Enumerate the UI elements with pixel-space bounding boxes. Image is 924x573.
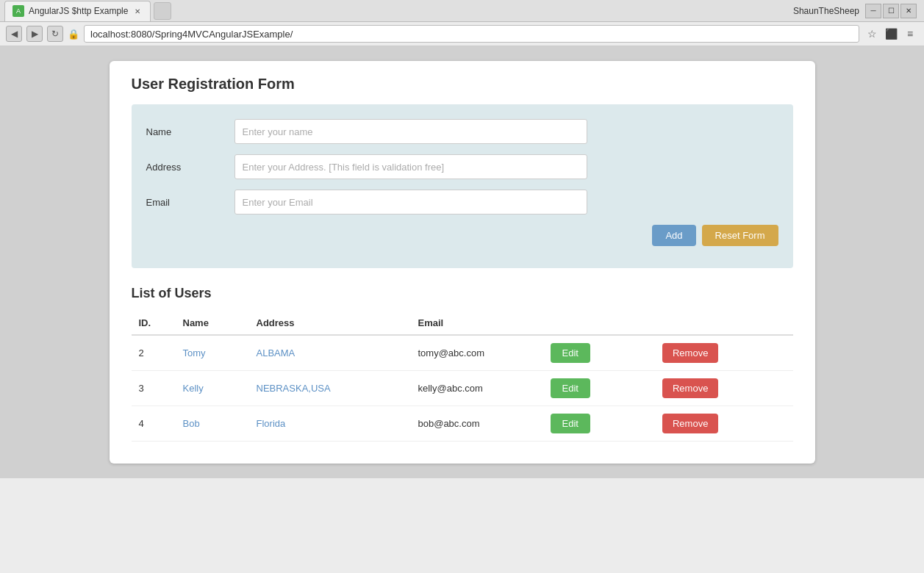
cell-email: tomy@abc.com [411, 335, 543, 371]
col-header-actions [543, 311, 793, 335]
form-buttons: Add Reset Form [146, 225, 778, 246]
cell-id: 4 [132, 406, 176, 442]
reload-btn[interactable]: ↻ [47, 26, 63, 42]
address-input[interactable] [84, 25, 859, 43]
cell-address: ALBAMA [249, 335, 411, 371]
remove-button[interactable]: Remove [662, 343, 718, 363]
cell-address: Florida [249, 406, 411, 442]
address-input[interactable] [234, 154, 587, 179]
maximize-btn[interactable]: ☐ [883, 4, 899, 18]
cell-id: 3 [132, 371, 176, 406]
name-input[interactable] [234, 119, 587, 144]
cell-remove-action: Remove [655, 406, 793, 442]
bookmark-icon[interactable]: ☆ [864, 26, 880, 42]
tab-label: AngularJS $http Example [29, 6, 128, 16]
col-header-id: ID. [132, 311, 176, 335]
forward-btn[interactable]: ▶ [26, 26, 43, 42]
form-title: User Registration Form [132, 76, 793, 93]
active-tab[interactable]: A AngularJS $http Example ✕ [4, 1, 151, 21]
table-row: 2 Tomy ALBAMA tomy@abc.com Edit Remove [132, 335, 793, 371]
tab-bar: A AngularJS $http Example ✕ [4, 1, 171, 21]
address-row: Address [146, 154, 778, 179]
email-input[interactable] [234, 190, 587, 215]
edit-button[interactable]: Edit [551, 343, 590, 363]
page-content: User Registration Form Name Address Emai… [0, 46, 924, 478]
lock-icon: 🔒 [68, 29, 79, 40]
table-row: 4 Bob Florida bob@abc.com Edit Remove [132, 406, 793, 442]
extensions-icon[interactable]: ⬛ [883, 26, 899, 42]
col-header-email: Email [411, 311, 543, 335]
table-header-row: ID. Name Address Email [132, 311, 793, 335]
cell-edit-action: Edit [543, 406, 655, 442]
cell-name: Bob [176, 406, 249, 442]
address-label: Address [146, 162, 234, 173]
cell-remove-action: Remove [655, 371, 793, 406]
user-label: ShaunTheSheep [793, 6, 859, 16]
remove-button[interactable]: Remove [662, 378, 718, 398]
edit-button[interactable]: Edit [551, 414, 590, 433]
edit-button[interactable]: Edit [551, 378, 590, 398]
email-row: Email [146, 190, 778, 215]
cell-name: Kelly [176, 371, 249, 406]
remove-button[interactable]: Remove [662, 414, 718, 433]
table-section: List of Users ID. Name Address Email 2 T… [132, 286, 793, 442]
tab-favicon: A [12, 5, 24, 17]
email-label: Email [146, 197, 234, 208]
page-card: User Registration Form Name Address Emai… [110, 61, 815, 464]
toolbar-icons: ☆ ⬛ ≡ [864, 26, 918, 42]
table-head: ID. Name Address Email [132, 311, 793, 335]
back-btn[interactable]: ◀ [6, 26, 22, 42]
cell-remove-action: Remove [655, 335, 793, 371]
table-body: 2 Tomy ALBAMA tomy@abc.com Edit Remove 3… [132, 335, 793, 442]
cell-email: bob@abc.com [411, 406, 543, 442]
name-row: Name [146, 119, 778, 144]
browser-window: A AngularJS $http Example ✕ ShaunTheShee… [0, 0, 924, 573]
cell-edit-action: Edit [543, 335, 655, 371]
new-tab-btn[interactable] [154, 2, 171, 20]
cell-name: Tomy [176, 335, 249, 371]
col-header-name: Name [176, 311, 249, 335]
window-controls: ─ ☐ ✕ [865, 4, 917, 18]
reset-button[interactable]: Reset Form [702, 225, 778, 246]
title-bar: A AngularJS $http Example ✕ ShaunTheShee… [0, 0, 924, 22]
close-btn[interactable]: ✕ [900, 4, 917, 18]
tab-close-btn[interactable]: ✕ [132, 6, 143, 16]
col-header-address: Address [249, 311, 411, 335]
cell-id: 2 [132, 335, 176, 371]
title-bar-right: ShaunTheSheep ─ ☐ ✕ [793, 4, 920, 18]
name-label: Name [146, 126, 234, 137]
cell-edit-action: Edit [543, 371, 655, 406]
users-table: ID. Name Address Email 2 Tomy ALBAMA tom… [132, 311, 793, 442]
table-title: List of Users [132, 286, 793, 301]
menu-icon[interactable]: ≡ [902, 26, 918, 42]
table-row: 3 Kelly NEBRASKA,USA kelly@abc.com Edit … [132, 371, 793, 406]
registration-form: Name Address Email Add Reset Form [132, 104, 793, 268]
address-bar-row: ◀ ▶ ↻ 🔒 ☆ ⬛ ≡ [0, 22, 924, 46]
cell-email: kelly@abc.com [411, 371, 543, 406]
minimize-btn[interactable]: ─ [865, 4, 881, 18]
add-button[interactable]: Add [652, 225, 695, 246]
cell-address: NEBRASKA,USA [249, 371, 411, 406]
